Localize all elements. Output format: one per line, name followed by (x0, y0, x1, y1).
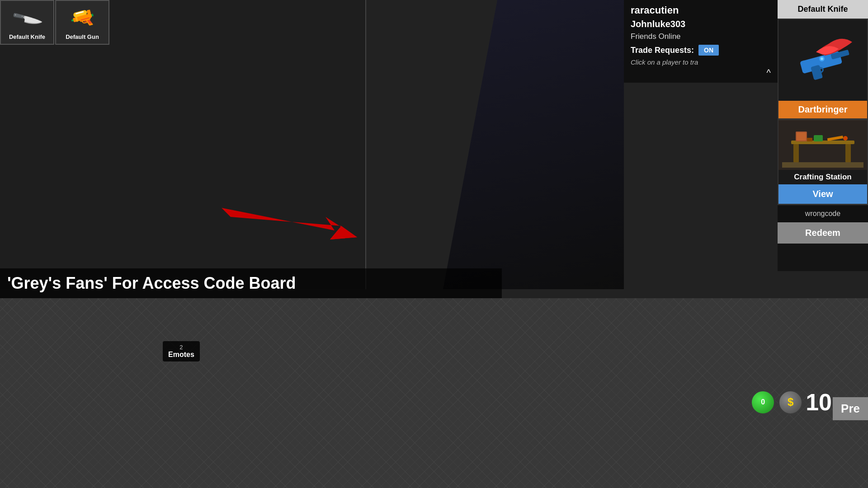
svg-rect-11 (814, 135, 823, 141)
friends-online: Friends Online (631, 32, 771, 41)
dartbringer-image (778, 19, 867, 101)
svg-rect-14 (807, 138, 812, 141)
default-knife-button[interactable]: Default Knife (778, 0, 868, 19)
orb-count: 0 (761, 398, 765, 406)
username2: Johnluke303 (631, 19, 771, 29)
code-input[interactable] (778, 205, 868, 222)
dollar-sign-icon: $ (788, 396, 793, 408)
svg-rect-15 (782, 162, 863, 168)
knife-label: Default Knife (5, 33, 50, 40)
currency-number: 10 (806, 389, 832, 416)
code-section: Redeem (778, 205, 868, 244)
trade-label: Trade Requests: (631, 46, 694, 55)
world-background (443, 0, 624, 289)
svg-marker-17 (330, 226, 357, 239)
crafting-label: Crafting Station (778, 170, 867, 184)
floor-texture (0, 298, 868, 488)
dartbringer-section: Dartbringer (778, 19, 868, 119)
emote-label: Emotes (168, 351, 194, 359)
pre-button[interactable]: Pre (833, 397, 868, 420)
dartbringer-label: Dartbringer (778, 101, 867, 118)
svg-rect-10 (797, 132, 806, 141)
svg-rect-7 (793, 144, 799, 162)
view-button[interactable]: View (778, 184, 867, 204)
svg-rect-8 (845, 144, 851, 162)
crafting-svg (782, 122, 863, 168)
gun-icon: 🔫 (64, 5, 100, 32)
access-code-banner: 'Grey's Fans' For Access Code Board (0, 268, 502, 298)
social-panel: raracutien Johnluke303 Friends Online Tr… (624, 0, 778, 83)
svg-rect-12 (827, 136, 844, 141)
item-cards-container: 🔪 Default Knife 🔫 Default Gun (0, 0, 109, 45)
currency-display: 0 $ 10 (750, 389, 832, 416)
default-knife-card[interactable]: 🔪 Default Knife (0, 0, 54, 45)
click-player-text: Click on a player to tra (631, 58, 771, 66)
trade-row: Trade Requests: ON (631, 45, 771, 56)
dartbringer-svg (787, 24, 859, 96)
caret-icon: ^ (631, 68, 771, 78)
svg-point-13 (843, 136, 848, 141)
emote-number: 2 (168, 344, 194, 351)
crafting-image (778, 120, 867, 170)
default-gun-card[interactable]: 🔫 Default Gun (55, 0, 109, 45)
money-icon: $ (778, 390, 803, 415)
crafting-section: Crafting Station View (778, 119, 868, 205)
svg-point-5 (821, 57, 823, 60)
username1: raracutien (631, 5, 771, 16)
knife-icon: 🔪 (9, 5, 45, 32)
trade-toggle-button[interactable]: ON (698, 45, 719, 56)
red-arrow (222, 194, 366, 253)
orb-icon: 0 (750, 390, 775, 415)
redeem-button[interactable]: Redeem (778, 222, 868, 244)
emotes-section[interactable]: 2 Emotes (163, 341, 200, 361)
gun-label: Default Gun (60, 33, 105, 40)
right-panel: Default Knife Dartbring (778, 0, 868, 271)
access-code-text: 'Grey's Fans' For Access Code Board (7, 274, 495, 293)
